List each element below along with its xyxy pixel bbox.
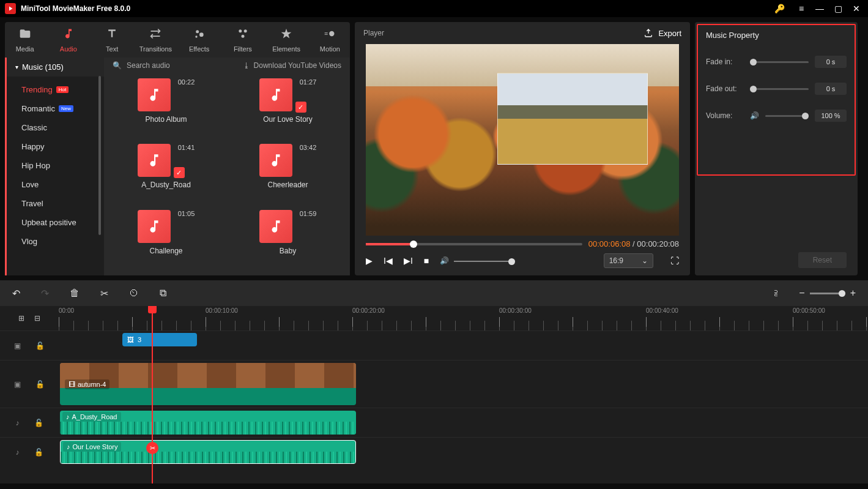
volume-value[interactable]: 100 % [815,110,847,122]
minimize-button[interactable]: — [811,0,829,17]
tab-filters[interactable]: Filters [223,28,262,53]
fade-out-label: Fade out: [706,84,744,93]
music-thumbnail [138,78,171,111]
library-panel: MediaAudioTextTransitionsEffectsFiltersE… [5,22,350,275]
audio-track-2[interactable]: ♪Our Love Story [59,437,868,466]
video-track-head: ▣🔓 [0,360,59,408]
magnet-icon[interactable]: ⫔ [774,288,778,298]
zoom-out-button[interactable]: − [799,288,804,299]
next-frame-button[interactable]: ▶I [404,256,413,266]
lock-icon[interactable]: 🔓 [34,448,43,457]
music-thumbnail [259,144,292,177]
sidebar-item-upbeat-positive[interactable]: Upbeat positive [21,213,104,232]
tab-effects[interactable]: Effects [179,28,219,53]
fade-in-value[interactable]: 0 s [815,56,847,68]
tab-transitions[interactable]: Transitions [136,28,176,53]
delete-button[interactable]: 🗑 [70,288,80,299]
audio-item-our-love-story[interactable]: 01:27✓Our Love Story [232,76,344,141]
sidebar-item-hip-hop[interactable]: Hip Hop [21,156,104,175]
premium-key-icon[interactable]: 🔑 [770,0,788,17]
maximize-button[interactable]: ▢ [829,0,847,17]
props-title: Music Property [695,22,858,48]
menu-icon[interactable]: ≡ [792,0,811,17]
volume-label: Volume: [706,111,744,120]
tab-audio[interactable]: Audio [48,28,88,53]
video-track[interactable]: 🎞autumn-4 [59,360,868,408]
tab-motion[interactable]: Motion [310,28,350,53]
play-button[interactable]: ▶ [366,256,373,266]
lock-icon[interactable]: 🔓 [35,342,45,350]
sidebar-scrollbar[interactable] [98,76,101,235]
svg-point-4 [244,29,247,32]
checkmark-icon: ✓ [295,102,306,113]
fade-out-value[interactable]: 0 s [815,83,847,95]
music-icon: ♪ [67,443,70,450]
preview-canvas[interactable] [366,44,679,236]
export-button[interactable]: Export [644,28,681,38]
lock-icon[interactable]: 🔓 [34,419,43,427]
audio-item-challenge[interactable]: 01:05Challenge [110,207,222,273]
audio-item-a-dusty-road[interactable]: 01:41✓A_Dusty_Road [110,141,222,207]
scissors-icon[interactable]: ✂ [146,442,158,454]
zoom-slider[interactable] [810,293,845,294]
fade-out-slider[interactable] [750,88,809,90]
music-thumbnail [138,210,171,243]
crop-button[interactable]: ⧉ [160,288,166,299]
playhead[interactable]: ✂ [152,306,153,483]
search-input[interactable]: 🔍 Search audio [113,61,237,70]
fullscreen-button[interactable]: ⛶ [670,256,679,266]
pip-track-head: ▣🔓 [0,330,59,360]
audio-item-baby[interactable]: 01:59Baby [232,207,344,273]
undo-button[interactable]: ↶ [12,288,20,299]
folder-icon [19,28,31,43]
sidebar-item-happy[interactable]: Happy [21,137,104,156]
download-youtube-link[interactable]: ⭳ Download YouTube Videos [243,61,341,70]
audio-item-photo-album[interactable]: 00:22Photo Album [110,76,222,141]
ruler-tick: 00:00 [59,307,74,314]
stop-button[interactable]: ■ [424,256,429,266]
sidebar-item-romantic[interactable]: RomanticNew [21,99,104,118]
fade-in-slider[interactable] [750,61,809,63]
close-button[interactable]: ✕ [847,0,866,17]
tab-elements[interactable]: Elements [267,28,306,53]
sidebar-item-love[interactable]: Love [21,175,104,194]
audio-clip-1[interactable]: ♪A_Dusty_Road [60,411,356,435]
music-icon [62,28,75,43]
aspect-ratio-select[interactable]: 16:9 ⌄ [604,253,653,268]
zoom-in-button[interactable]: + [850,288,856,299]
sidebar-item-classic[interactable]: Classic [21,118,104,137]
star-icon [280,28,292,43]
volume-icon: 🔊 [440,256,449,265]
sparkle-icon [193,28,206,43]
video-clip[interactable]: 🎞autumn-4 [60,363,356,405]
sidebar-item-travel[interactable]: Travel [21,194,104,213]
badge-hot: Hot [56,86,69,93]
audio-track-1[interactable]: ♪A_Dusty_Road [59,408,868,437]
app-logo [5,3,16,14]
sidebar-item-vlog[interactable]: Vlog [21,232,104,251]
pip-clip[interactable]: 🖼 3 [122,333,197,346]
player-volume[interactable]: 🔊 [440,256,515,265]
tab-text[interactable]: Text [92,28,132,53]
reset-button[interactable]: Reset [798,252,847,268]
tab-media[interactable]: Media [5,28,45,53]
swap-icon [149,28,161,43]
speed-button[interactable]: ⏲ [129,288,139,299]
redo-button[interactable]: ↷ [41,288,49,299]
split-button[interactable]: ✂ [100,288,108,299]
remove-track-button[interactable]: ⊟ [34,314,40,323]
sidebar-item-trending[interactable]: TrendingHot [21,80,104,99]
progress-bar[interactable] [366,243,582,245]
timeline-panel: ↶ ↷ 🗑 ✂ ⏲ ⧉ ⫔ − + ⊞ ⊟ ▣🔓 ▣🔓 ♪🔓 ♪🔓 00:000… [0,280,868,483]
timecode: 00:00:06:08 / 00:00:20:08 [588,239,679,248]
add-track-button[interactable]: ⊞ [18,314,24,323]
sidebar-header[interactable]: Music (105) [7,58,104,77]
category-sidebar: Music (105) TrendingHotRomanticNewClassi… [5,58,104,275]
ruler-tick: 00:00:40:00 [646,307,678,314]
audio-item-cheerleader[interactable]: 03:42Cheerleader [232,141,344,207]
prev-frame-button[interactable]: I◀ [384,256,393,266]
lock-icon[interactable]: 🔓 [35,380,45,389]
audio-clip-2[interactable]: ♪Our Love Story [60,440,356,464]
volume-slider[interactable] [765,115,809,117]
pip-track[interactable]: 🖼 3 [59,330,868,360]
